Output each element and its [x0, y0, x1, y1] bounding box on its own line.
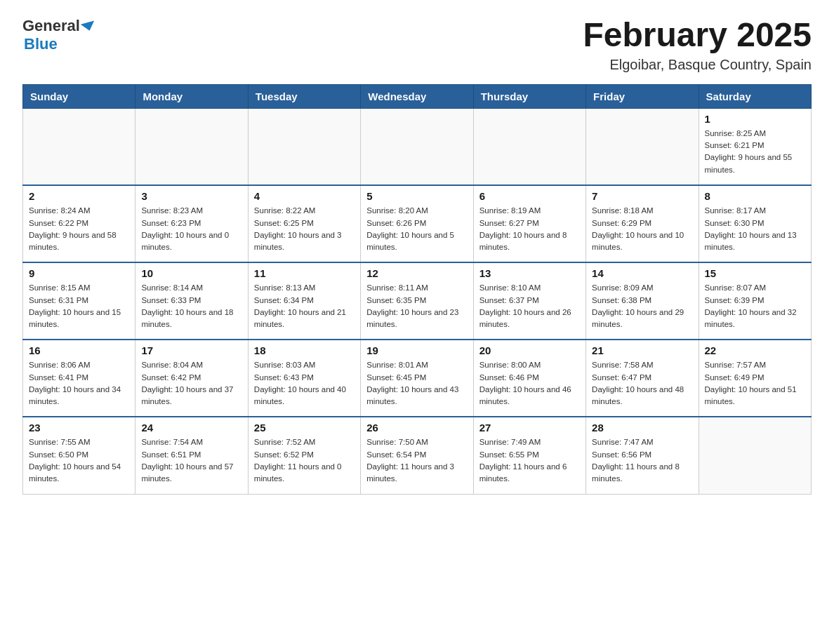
page-header: General Blue February 2025 Elgoibar, Bas…: [22, 17, 812, 73]
calendar-cell: 20Sunrise: 8:00 AMSunset: 6:46 PMDayligh…: [473, 340, 585, 417]
logo-text: General: [22, 17, 95, 35]
calendar-cell: 10Sunrise: 8:14 AMSunset: 6:33 PMDayligh…: [135, 262, 248, 340]
day-number: 17: [141, 344, 241, 356]
location-subtitle: Elgoibar, Basque Country, Spain: [583, 57, 812, 73]
day-info: Sunrise: 8:25 AMSunset: 6:21 PMDaylight:…: [705, 128, 805, 176]
weekday-header-saturday: Saturday: [699, 84, 811, 108]
day-info: Sunrise: 7:57 AMSunset: 6:49 PMDaylight:…: [705, 359, 805, 408]
day-number: 22: [705, 344, 805, 356]
calendar-cell: 11Sunrise: 8:13 AMSunset: 6:34 PMDayligh…: [248, 262, 360, 340]
calendar-cell: 23Sunrise: 7:55 AMSunset: 6:50 PMDayligh…: [23, 417, 135, 494]
day-info: Sunrise: 8:13 AMSunset: 6:34 PMDaylight:…: [254, 282, 355, 330]
day-info: Sunrise: 7:54 AMSunset: 6:51 PMDaylight:…: [141, 436, 241, 485]
calendar-cell: 3Sunrise: 8:23 AMSunset: 6:23 PMDaylight…: [135, 185, 248, 262]
logo-blue-text: Blue: [24, 35, 58, 53]
day-info: Sunrise: 7:55 AMSunset: 6:50 PMDaylight:…: [29, 436, 129, 485]
day-number: 12: [366, 267, 467, 279]
day-number: 16: [29, 344, 129, 356]
calendar-cell: 24Sunrise: 7:54 AMSunset: 6:51 PMDayligh…: [135, 417, 248, 494]
title-block: February 2025 Elgoibar, Basque Country, …: [583, 17, 812, 73]
day-info: Sunrise: 8:23 AMSunset: 6:23 PMDaylight:…: [141, 205, 241, 253]
weekday-header-sunday: Sunday: [23, 84, 135, 108]
day-info: Sunrise: 7:50 AMSunset: 6:54 PMDaylight:…: [366, 436, 467, 485]
calendar-cell: 25Sunrise: 7:52 AMSunset: 6:52 PMDayligh…: [248, 417, 360, 494]
calendar-week-row: 23Sunrise: 7:55 AMSunset: 6:50 PMDayligh…: [23, 417, 812, 494]
calendar-cell: 18Sunrise: 8:03 AMSunset: 6:43 PMDayligh…: [248, 340, 360, 417]
day-number: 11: [254, 267, 355, 279]
calendar-cell: 28Sunrise: 7:47 AMSunset: 6:56 PMDayligh…: [586, 417, 699, 494]
day-info: Sunrise: 8:11 AMSunset: 6:35 PMDaylight:…: [366, 282, 467, 330]
calendar-cell: 15Sunrise: 8:07 AMSunset: 6:39 PMDayligh…: [699, 262, 811, 340]
day-number: 1: [705, 113, 805, 125]
day-number: 14: [592, 267, 692, 279]
calendar-cell: 6Sunrise: 8:19 AMSunset: 6:27 PMDaylight…: [473, 185, 585, 262]
calendar-week-row: 16Sunrise: 8:06 AMSunset: 6:41 PMDayligh…: [23, 340, 812, 417]
logo: General Blue: [22, 17, 95, 53]
calendar-cell: 21Sunrise: 7:58 AMSunset: 6:47 PMDayligh…: [586, 340, 699, 417]
day-number: 3: [141, 190, 241, 202]
day-number: 9: [29, 267, 129, 279]
day-info: Sunrise: 8:17 AMSunset: 6:30 PMDaylight:…: [705, 205, 805, 253]
logo-general: General: [22, 17, 80, 35]
calendar-cell: [473, 108, 585, 185]
calendar-cell: [699, 417, 811, 494]
day-number: 18: [254, 344, 355, 356]
day-number: 23: [29, 422, 129, 434]
calendar-cell: 14Sunrise: 8:09 AMSunset: 6:38 PMDayligh…: [586, 262, 699, 340]
weekday-header-monday: Monday: [135, 84, 248, 108]
calendar-cell: 13Sunrise: 8:10 AMSunset: 6:37 PMDayligh…: [473, 262, 585, 340]
day-number: 26: [366, 422, 467, 434]
day-number: 4: [254, 190, 355, 202]
weekday-header-wednesday: Wednesday: [361, 84, 473, 108]
calendar-cell: 19Sunrise: 8:01 AMSunset: 6:45 PMDayligh…: [361, 340, 473, 417]
calendar-cell: 9Sunrise: 8:15 AMSunset: 6:31 PMDaylight…: [23, 262, 135, 340]
calendar-cell: 8Sunrise: 8:17 AMSunset: 6:30 PMDaylight…: [699, 185, 811, 262]
day-info: Sunrise: 7:58 AMSunset: 6:47 PMDaylight:…: [592, 359, 692, 408]
day-number: 24: [141, 422, 241, 434]
calendar-cell: 1Sunrise: 8:25 AMSunset: 6:21 PMDaylight…: [699, 108, 811, 185]
day-number: 15: [705, 267, 805, 279]
calendar-cell: [248, 108, 360, 185]
calendar-cell: 12Sunrise: 8:11 AMSunset: 6:35 PMDayligh…: [361, 262, 473, 340]
logo-arrow-icon: [81, 21, 96, 33]
day-info: Sunrise: 8:01 AMSunset: 6:45 PMDaylight:…: [366, 359, 467, 408]
calendar-week-row: 1Sunrise: 8:25 AMSunset: 6:21 PMDaylight…: [23, 108, 812, 185]
day-info: Sunrise: 8:06 AMSunset: 6:41 PMDaylight:…: [29, 359, 129, 408]
day-info: Sunrise: 7:52 AMSunset: 6:52 PMDaylight:…: [254, 436, 355, 485]
calendar-cell: 16Sunrise: 8:06 AMSunset: 6:41 PMDayligh…: [23, 340, 135, 417]
calendar-week-row: 9Sunrise: 8:15 AMSunset: 6:31 PMDaylight…: [23, 262, 812, 340]
calendar-cell: 4Sunrise: 8:22 AMSunset: 6:25 PMDaylight…: [248, 185, 360, 262]
day-number: 13: [479, 267, 580, 279]
calendar-cell: [586, 108, 699, 185]
calendar-table: SundayMondayTuesdayWednesdayThursdayFrid…: [22, 84, 812, 495]
day-info: Sunrise: 7:47 AMSunset: 6:56 PMDaylight:…: [592, 436, 692, 485]
day-number: 21: [592, 344, 692, 356]
day-info: Sunrise: 8:18 AMSunset: 6:29 PMDaylight:…: [592, 205, 692, 253]
weekday-header-friday: Friday: [586, 84, 699, 108]
calendar-cell: 5Sunrise: 8:20 AMSunset: 6:26 PMDaylight…: [361, 185, 473, 262]
day-number: 20: [479, 344, 580, 356]
day-number: 27: [479, 422, 580, 434]
day-info: Sunrise: 8:03 AMSunset: 6:43 PMDaylight:…: [254, 359, 355, 408]
day-number: 19: [366, 344, 467, 356]
weekday-header-row: SundayMondayTuesdayWednesdayThursdayFrid…: [23, 84, 812, 108]
calendar-cell: 26Sunrise: 7:50 AMSunset: 6:54 PMDayligh…: [361, 417, 473, 494]
day-number: 10: [141, 267, 241, 279]
calendar-cell: [361, 108, 473, 185]
day-info: Sunrise: 8:00 AMSunset: 6:46 PMDaylight:…: [479, 359, 580, 408]
day-number: 8: [705, 190, 805, 202]
day-info: Sunrise: 8:04 AMSunset: 6:42 PMDaylight:…: [141, 359, 241, 408]
calendar-cell: 2Sunrise: 8:24 AMSunset: 6:22 PMDaylight…: [23, 185, 135, 262]
day-number: 7: [592, 190, 692, 202]
calendar-cell: [135, 108, 248, 185]
month-title: February 2025: [583, 17, 812, 54]
day-number: 5: [366, 190, 467, 202]
day-info: Sunrise: 8:15 AMSunset: 6:31 PMDaylight:…: [29, 282, 129, 330]
day-info: Sunrise: 8:10 AMSunset: 6:37 PMDaylight:…: [479, 282, 580, 330]
calendar-cell: 7Sunrise: 8:18 AMSunset: 6:29 PMDaylight…: [586, 185, 699, 262]
day-info: Sunrise: 8:09 AMSunset: 6:38 PMDaylight:…: [592, 282, 692, 330]
day-info: Sunrise: 8:24 AMSunset: 6:22 PMDaylight:…: [29, 205, 129, 253]
weekday-header-tuesday: Tuesday: [248, 84, 360, 108]
day-number: 28: [592, 422, 692, 434]
day-info: Sunrise: 7:49 AMSunset: 6:55 PMDaylight:…: [479, 436, 580, 485]
